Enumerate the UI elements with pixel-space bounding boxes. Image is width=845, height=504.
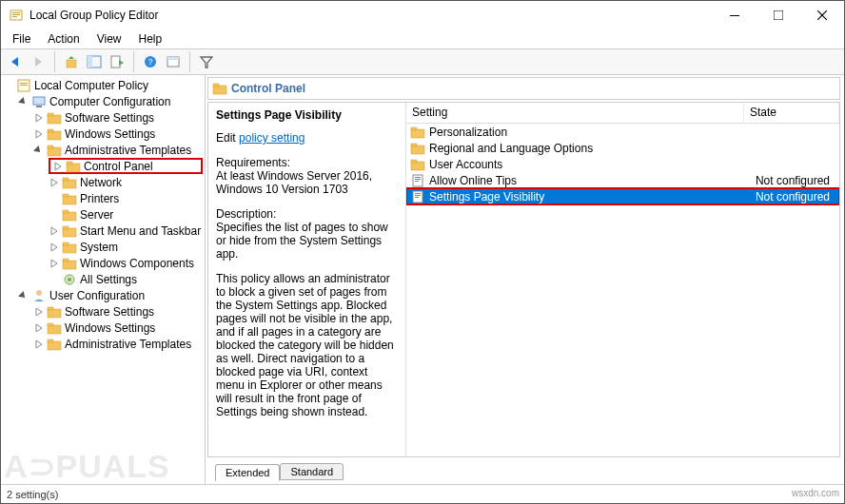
tree-printers[interactable]: Printers — [49, 190, 203, 206]
svg-rect-77 — [415, 177, 421, 178]
tree-network[interactable]: Network — [49, 174, 203, 190]
folder-icon — [47, 320, 62, 336]
tree-all-settings[interactable]: All Settings — [49, 271, 203, 287]
svg-rect-38 — [67, 162, 72, 165]
expand-icon[interactable] — [52, 161, 64, 172]
policy-icon — [16, 78, 31, 93]
menu-action[interactable]: Action — [40, 30, 87, 48]
svg-rect-35 — [48, 145, 53, 148]
expand-icon[interactable] — [33, 112, 45, 124]
back-button[interactable] — [5, 51, 26, 72]
list-row[interactable]: Settings Page VisibilityNot configured — [406, 188, 839, 204]
collapse-icon[interactable] — [33, 145, 45, 156]
tree-pane[interactable]: Local Computer Policy Computer Configura… — [1, 75, 206, 484]
up-button[interactable] — [61, 51, 82, 72]
maximize-button[interactable] — [757, 1, 800, 29]
properties-button[interactable] — [163, 51, 184, 72]
tree-root[interactable]: Local Computer Policy — [3, 77, 203, 93]
folder-icon — [47, 143, 62, 158]
requirements-text: At least Windows Server 2016, Windows 10… — [216, 169, 398, 196]
list-row[interactable]: Personalization — [406, 124, 839, 140]
menu-file[interactable]: File — [5, 30, 38, 48]
svg-rect-50 — [63, 244, 76, 253]
tab-extended[interactable]: Extended — [215, 464, 280, 481]
svg-rect-28 — [48, 115, 61, 124]
export-list-button[interactable] — [107, 51, 128, 72]
tree-uc-admin-templates[interactable]: Administrative Templates — [33, 336, 203, 352]
svg-rect-45 — [63, 210, 69, 213]
tree-computer-configuration[interactable]: Computer Configuration — [18, 93, 203, 109]
collapse-icon[interactable] — [18, 96, 29, 107]
svg-rect-61 — [48, 307, 53, 310]
tab-standard[interactable]: Standard — [280, 463, 344, 480]
folder-icon — [62, 240, 77, 255]
show-hide-tree-button[interactable] — [84, 51, 105, 72]
expand-icon[interactable] — [49, 225, 60, 237]
svg-rect-32 — [48, 129, 53, 132]
svg-rect-64 — [48, 323, 53, 326]
col-setting[interactable]: Setting — [406, 103, 744, 123]
svg-marker-52 — [51, 260, 57, 267]
svg-rect-78 — [415, 179, 421, 180]
svg-rect-31 — [48, 131, 61, 140]
list-row[interactable]: Regional and Language Options — [406, 140, 839, 156]
tree-cc-windows-settings[interactable]: Windows Settings — [33, 126, 203, 142]
tree-server[interactable]: Server — [49, 206, 203, 223]
collapse-icon[interactable] — [18, 290, 29, 301]
svg-rect-1 — [12, 12, 20, 13]
col-state[interactable]: State — [744, 103, 839, 123]
computer-icon — [31, 94, 47, 109]
svg-marker-59 — [36, 308, 42, 316]
svg-rect-44 — [63, 212, 76, 221]
tree-windows-components[interactable]: Windows Components — [49, 255, 203, 271]
svg-point-58 — [36, 290, 42, 296]
tree-uc-windows-settings[interactable]: Windows Settings — [33, 320, 203, 336]
title-bar: Local Group Policy Editor — [1, 1, 844, 29]
folder-icon — [47, 110, 62, 126]
description-label: Description: — [216, 207, 398, 221]
folder-icon — [47, 337, 62, 352]
tree-start-menu[interactable]: Start Menu and Taskbar — [49, 223, 203, 239]
svg-rect-10 — [67, 60, 76, 68]
tree-uc-software-settings[interactable]: Software Settings — [33, 303, 203, 320]
list-row-label: Regional and Language Options — [429, 142, 744, 155]
svg-rect-72 — [411, 145, 424, 154]
expand-icon[interactable] — [49, 242, 60, 253]
app-icon — [9, 8, 24, 23]
expand-icon[interactable] — [33, 339, 45, 350]
close-button[interactable] — [800, 1, 844, 29]
settings-icon — [62, 272, 77, 287]
svg-rect-68 — [213, 86, 226, 94]
edit-policy-link[interactable]: policy setting — [239, 131, 305, 145]
help-button[interactable]: ? — [140, 51, 161, 72]
content-header-text: Control Panel — [231, 82, 305, 95]
expand-icon[interactable] — [33, 128, 45, 140]
list-row[interactable]: Allow Online TipsNot configured — [406, 172, 839, 188]
status-text: 2 setting(s) — [7, 489, 58, 500]
tree-system[interactable]: System — [49, 239, 203, 255]
list-row[interactable]: User Accounts — [406, 156, 839, 172]
setting-icon — [410, 189, 425, 204]
svg-rect-19 — [167, 57, 179, 60]
tree-cc-software-settings[interactable]: Software Settings — [33, 109, 203, 126]
list-row-state: Not configured — [744, 174, 835, 187]
svg-rect-67 — [48, 339, 53, 342]
tree-control-panel[interactable]: Control Panel — [49, 158, 203, 174]
menu-view[interactable]: View — [89, 30, 129, 48]
description-pane: Settings Page Visibility Edit policy set… — [208, 103, 406, 456]
tree-user-configuration[interactable]: User Configuration — [18, 287, 203, 303]
svg-rect-83 — [415, 197, 419, 198]
list-headers[interactable]: Setting State — [406, 103, 839, 124]
expand-icon[interactable] — [33, 322, 45, 334]
tree-cc-admin-templates[interactable]: Administrative Templates — [33, 142, 203, 158]
svg-rect-53 — [63, 261, 76, 269]
expand-icon[interactable] — [33, 306, 45, 318]
expand-icon[interactable] — [49, 177, 60, 188]
settings-list[interactable]: Setting State PersonalizationRegional an… — [406, 103, 839, 456]
filter-button[interactable] — [196, 51, 217, 72]
minimize-button[interactable] — [713, 1, 757, 29]
expand-icon[interactable] — [49, 258, 60, 269]
forward-button[interactable] — [28, 51, 49, 72]
content-header: Control Panel — [207, 77, 840, 100]
menu-help[interactable]: Help — [131, 30, 170, 48]
